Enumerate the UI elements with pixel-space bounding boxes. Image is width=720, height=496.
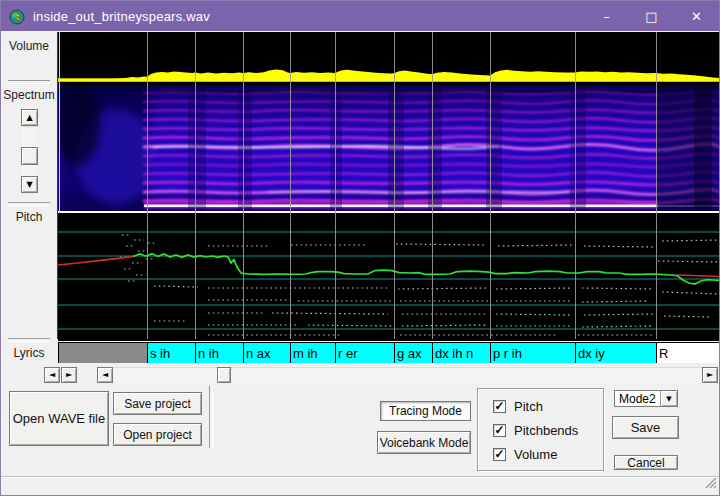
save-button[interactable]: Save — [612, 416, 679, 439]
pitch-panel[interactable] — [58, 213, 719, 341]
timeline-scrollbar-thumb[interactable] — [217, 367, 231, 383]
close-button[interactable]: ✕ — [674, 1, 719, 31]
phoneme-label: m ih — [291, 346, 318, 361]
lyrics-segment[interactable]: dx ih n — [432, 343, 490, 363]
option-pitch[interactable]: ✓Pitch — [493, 399, 543, 414]
scroll-left-button[interactable]: ◄ — [97, 367, 113, 383]
spectrum-label: Spectrum — [1, 88, 57, 102]
divider — [8, 338, 50, 342]
mode-dropdown[interactable]: Mode2 ▼ — [614, 390, 678, 407]
lyrics-track[interactable]: s ihn ihn axm ihr erg axdx ih np r ihdx … — [58, 342, 719, 363]
option-label: Pitchbends — [514, 423, 578, 438]
status-bar — [1, 476, 719, 495]
save-project-button[interactable]: Save project — [113, 392, 202, 415]
app-body: Volume Spectrum ▲ ▼ Pitch Lyrics — [1, 31, 719, 495]
lyrics-segment[interactable]: m ih — [290, 343, 335, 363]
volume-label: Volume — [1, 39, 57, 53]
timeline-scrollbar-track[interactable] — [97, 367, 718, 383]
mode-dropdown-value: Mode2 — [615, 392, 660, 406]
phoneme-label: g ax — [395, 346, 422, 361]
step-left-button[interactable]: ◄ — [44, 367, 60, 383]
option-label: Volume — [514, 447, 557, 462]
titlebar[interactable]: inside_out_britneyspears.wav – □ ✕ — [1, 1, 719, 31]
app-window: inside_out_britneyspears.wav – □ ✕ Volum… — [0, 0, 720, 496]
up-arrow-icon: ▲ — [26, 114, 32, 122]
lyrics-segment[interactable]: R — [656, 343, 719, 363]
volume-waveform-panel[interactable] — [58, 32, 719, 85]
right-arrow-icon: ► — [66, 371, 72, 379]
divider — [8, 202, 50, 206]
pitch-label: Pitch — [1, 210, 57, 224]
voicebank-mode-button[interactable]: Voicebank Mode — [377, 431, 471, 454]
phoneme-label: n ax — [244, 346, 271, 361]
dropdown-arrow-icon[interactable]: ▼ — [660, 391, 677, 406]
option-label: Pitch — [514, 399, 543, 414]
phoneme-label: dx ih n — [433, 346, 473, 361]
phoneme-label: dx iy — [576, 346, 605, 361]
checkbox-icon[interactable]: ✓ — [493, 400, 506, 413]
step-right-button[interactable]: ► — [61, 367, 77, 383]
window-controls: – □ ✕ — [584, 1, 719, 31]
lyrics-segment[interactable]: s ih — [147, 343, 195, 363]
lyrics-segment[interactable] — [58, 343, 147, 363]
phoneme-label: R — [657, 346, 668, 361]
minimize-button[interactable]: – — [584, 1, 629, 31]
cancel-button[interactable]: Cancel — [614, 455, 678, 470]
lyrics-segment[interactable]: n ax — [243, 343, 290, 363]
tracing-mode-button[interactable]: Tracing Mode — [380, 401, 471, 421]
playback-cursor — [59, 32, 60, 213]
lyrics-segment[interactable]: n ih — [195, 343, 243, 363]
spectrogram-panel[interactable] — [58, 85, 719, 213]
option-volume[interactable]: ✓Volume — [493, 447, 557, 462]
app-icon — [9, 8, 26, 25]
open-project-button[interactable]: Open project — [113, 423, 202, 446]
checkbox-icon[interactable]: ✓ — [493, 424, 506, 437]
panel-divider — [209, 386, 213, 448]
scroll-right-button[interactable]: ► — [702, 367, 718, 383]
option-pitchbends[interactable]: ✓Pitchbends — [493, 423, 578, 438]
right-arrow-icon: ► — [707, 371, 713, 379]
resize-grip-icon[interactable] — [704, 475, 717, 493]
spectrum-scroll-up-button[interactable]: ▲ — [21, 109, 38, 126]
lyrics-segment[interactable]: g ax — [394, 343, 432, 363]
lyrics-label: Lyrics — [1, 346, 57, 360]
open-wave-file-button[interactable]: Open WAVE file — [9, 391, 109, 446]
divider — [8, 80, 50, 84]
phoneme-label: r er — [336, 346, 358, 361]
phoneme-label: s ih — [148, 346, 170, 361]
left-arrow-icon: ◄ — [102, 371, 108, 379]
down-arrow-icon: ▼ — [26, 181, 32, 189]
spectrum-scrollbar-thumb[interactable] — [21, 147, 38, 165]
lyrics-segment[interactable]: dx iy — [575, 343, 656, 363]
maximize-button[interactable]: □ — [629, 1, 674, 31]
phoneme-label: n ih — [196, 346, 219, 361]
checkbox-icon[interactable]: ✓ — [493, 448, 506, 461]
lyrics-segment[interactable]: r er — [335, 343, 394, 363]
spectrum-scroll-down-button[interactable]: ▼ — [21, 176, 38, 193]
phoneme-label: p r ih — [491, 346, 522, 361]
left-arrow-icon: ◄ — [49, 371, 55, 379]
lyrics-segment[interactable]: p r ih — [490, 343, 575, 363]
window-title: inside_out_britneyspears.wav — [33, 9, 210, 24]
